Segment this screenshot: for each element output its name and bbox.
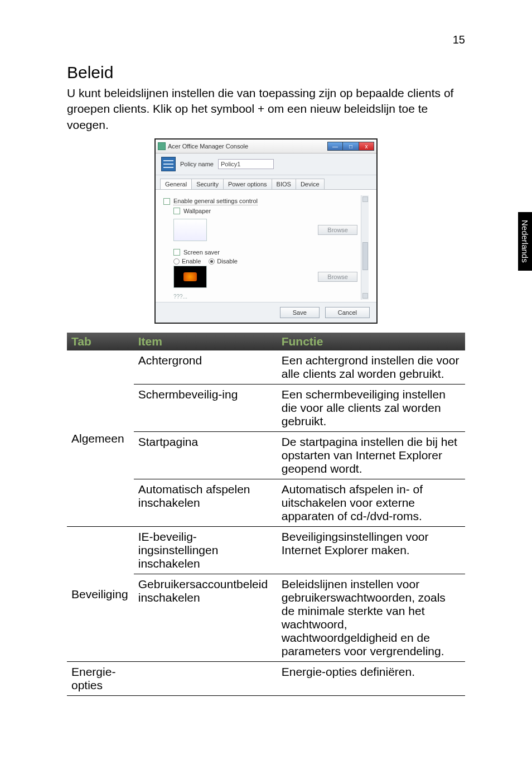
scroll-up-icon[interactable] xyxy=(362,196,368,202)
truncated-indicator: ???... xyxy=(173,294,357,300)
cell-func: Een achtergrond instellen die voor alle … xyxy=(277,350,465,385)
cell-item: Achtergrond xyxy=(134,350,277,385)
cell-item: Gebruikersaccountbeleid inschakelen xyxy=(134,574,277,662)
wallpaper-label: Wallpaper xyxy=(183,208,211,214)
disable-radio-label: Disable xyxy=(217,258,238,265)
intro-paragraph: U kunt beleidslijnen instellen die van t… xyxy=(67,85,465,133)
wallpaper-preview xyxy=(173,219,207,241)
screenshot-window: Acer Office Manager Console — □ x Policy… xyxy=(154,138,378,324)
wallpaper-browse-button[interactable]: Browse xyxy=(318,225,357,235)
cell-item xyxy=(134,662,277,696)
policy-name-input[interactable]: Policy1 xyxy=(218,159,274,169)
window-title: Acer Office Manager Console xyxy=(168,143,248,150)
cell-func: Beleidslijnen instellen voor gebruikersw… xyxy=(277,574,465,662)
window-titlebar: Acer Office Manager Console — □ x xyxy=(156,140,376,153)
cell-tab-beveiliging: Beveiliging xyxy=(67,527,134,662)
cell-tab-energie: Energie-opties xyxy=(67,662,134,696)
window-close-button[interactable]: x xyxy=(359,142,374,151)
cell-item: Startpagina xyxy=(134,432,277,479)
cell-tab-algemeen: Algemeen xyxy=(67,350,134,527)
policy-table: Tab Item Functie Algemeen Achtergrond Ee… xyxy=(67,333,465,696)
cell-func: Beveiligingsinstellingen voor Internet E… xyxy=(277,527,465,574)
cell-func: De startpagina instellen die bij het ops… xyxy=(277,432,465,479)
scrollbar[interactable] xyxy=(361,195,369,300)
tab-security[interactable]: Security xyxy=(191,179,224,189)
th-item: Item xyxy=(134,333,277,350)
enable-general-label: Enable general settings control xyxy=(173,198,258,205)
screensaver-label: Screen saver xyxy=(183,249,220,256)
tab-bios[interactable]: BIOS xyxy=(272,179,296,189)
cell-func: Automatisch afspelen in- of uitschakelen… xyxy=(277,479,465,527)
enable-radio-label: Enable xyxy=(182,258,201,265)
wallpaper-checkbox[interactable] xyxy=(173,208,180,214)
cell-func: Een schermbeveiliging instellen die voor… xyxy=(277,385,465,432)
scroll-thumb[interactable] xyxy=(362,242,368,270)
th-tab: Tab xyxy=(67,333,134,350)
enable-general-checkbox[interactable] xyxy=(163,198,170,205)
tab-power-options[interactable]: Power options xyxy=(223,179,272,189)
disable-radio[interactable] xyxy=(209,258,215,265)
tab-general[interactable]: General xyxy=(160,179,192,189)
side-language-tab: Nederlands xyxy=(518,212,532,271)
app-icon xyxy=(158,142,166,150)
page-number: 15 xyxy=(67,33,465,46)
section-heading: Beleid xyxy=(67,63,465,82)
screensaver-checkbox[interactable] xyxy=(173,249,180,256)
window-maximize-button[interactable]: □ xyxy=(343,142,359,151)
cell-item: Automatisch afspelen inschakelen xyxy=(134,479,277,527)
cancel-button[interactable]: Cancel xyxy=(325,307,370,318)
scroll-down-icon[interactable] xyxy=(362,293,368,299)
screensaver-browse-button[interactable]: Browse xyxy=(318,272,357,282)
cell-item: Schermbeveilig-ing xyxy=(134,385,277,432)
screensaver-preview xyxy=(173,266,207,288)
enable-radio[interactable] xyxy=(173,258,180,265)
cell-item: IE-beveilig-ingsinstellingen inschakelen xyxy=(134,527,277,574)
th-func: Functie xyxy=(277,333,465,350)
window-minimize-button[interactable]: — xyxy=(327,142,343,151)
policy-icon xyxy=(161,157,176,171)
policy-name-label: Policy name xyxy=(180,161,214,167)
tab-device[interactable]: Device xyxy=(296,179,325,189)
cell-func: Energie-opties definiëren. xyxy=(277,662,465,696)
save-button[interactable]: Save xyxy=(280,307,320,318)
